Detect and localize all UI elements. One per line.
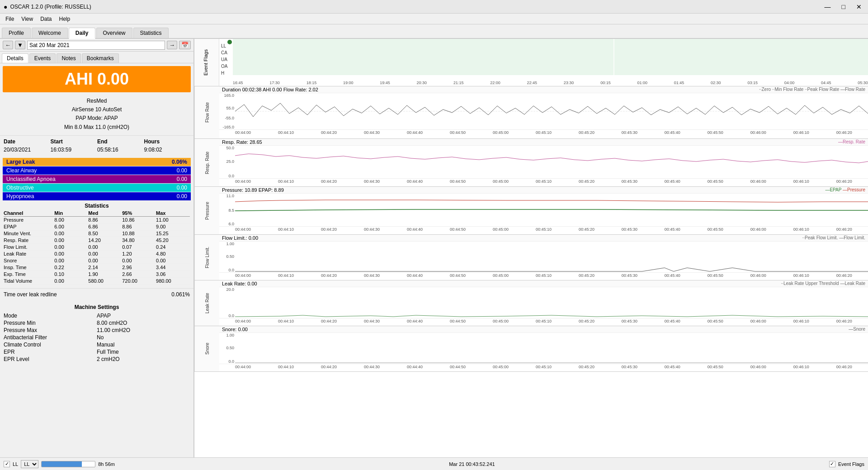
date-dropdown-button[interactable]: ▼ [15,41,25,49]
subtab-notes[interactable]: Notes [57,53,80,63]
device-brand: ResMed [3,97,191,105]
setting-epr: EPRFull Time [4,348,190,356]
flow-rate-y-axis: 165.0 55.0 -55.0 -165.0 [219,93,235,129]
tab-profile[interactable]: Profile [2,28,31,38]
status-bar: ✓ LL LL 8h 56m Mar 21 00:43:52.241 ✓ Eve… [0,457,868,470]
device-info: ResMed AirSense 10 AutoSet PAP Mode: APA… [0,95,193,133]
menu-file[interactable]: File [2,15,18,23]
event-flags-svg [233,39,868,75]
stats-row-resprate: Resp. Rate0.0014.2034.8045.20 [4,237,190,244]
statistics-title: Statistics [4,203,190,209]
ahi-value: AHI 0.00 [6,70,187,89]
flow-limit-x-labels: 00:44:0000:44:1000:44:2000:44:3000:44:40… [219,272,868,278]
flow-limit-y-label: Flow Limit. [194,235,219,280]
close-button[interactable]: ✕ [854,3,864,10]
subtab-bookmarks[interactable]: Bookmarks [82,53,119,63]
flow-limit-title: Flow Limit.: 0.00 [222,235,258,241]
forward-button[interactable]: → [167,41,177,49]
stats-row-snore: Snore0.000.000.000.00 [4,257,190,264]
ll-label: LL [13,461,18,467]
event-flags-checkbox[interactable]: ✓ [829,461,835,467]
calendar-button[interactable]: 📅 [179,41,191,49]
flow-rate-svg [235,93,868,129]
statusbar-left: ✓ LL LL 8h 56m [4,460,115,468]
leak-rate-info: Leak Rate: 0.00 ··Leak Rate Upper Thresh… [219,280,868,287]
resp-rate-chart: Resp. Rate Resp. Rate: 28.65 —Resp. Rate… [194,139,868,187]
flow-limit-chart: Flow Limit. Flow Limit.: 0.00 ··Peak Flo… [194,235,868,280]
subtab-events[interactable]: Events [29,53,56,63]
leak-rate-svg [235,287,868,318]
resp-rate-plot: 50.0 25.0 0.0 [219,146,868,178]
snore-y-label: Snore [194,326,219,371]
back-button[interactable]: ← [3,41,13,49]
snore-info: Snore: 0.00 —Snore [219,326,868,333]
app-title: OSCAR 1.2.0 (Profile: RUSSELL) [10,4,91,10]
titlebar-controls: — □ ✕ [822,3,864,10]
machine-settings: Machine Settings ModeAPAP Pressure Min8.… [0,300,193,365]
minimize-button[interactable]: — [822,3,834,10]
tab-welcome[interactable]: Welcome [32,28,68,38]
pressure-content: Pressure: 10.89 EPAP: 8.89 —EPAP —Pressu… [219,187,868,234]
events-list: Large Leak 0.06% Clear Airway 0.00 Uncla… [0,157,193,201]
leak-section: Time over leak redline 0.061% [0,288,193,300]
pressure-x-labels: 00:44:0000:44:1000:44:2000:44:3000:44:40… [219,226,868,232]
right-panel[interactable]: Event Flags LL CA UA OA H 16 [194,39,868,457]
event-flags-chart: Event Flags LL CA UA OA H 16 [194,39,868,86]
snore-plot: 1.00 0.50 0.0 [219,333,868,364]
flow-rate-content: Duration 00:02:38 AHI 0.00 Flow Rate: 2.… [219,86,868,138]
session-values: 20/03/2021 16:03:59 05:58:16 9:08:02 [4,146,190,154]
leak-rate-legend: ··Leak Rate Upper Threshold —Leak Rate [781,281,865,286]
leak-rate-chart: Leak Rate Leak Rate: 0.00 ··Leak Rate Up… [194,280,868,326]
subtab-details[interactable]: Details [2,53,28,63]
menu-view[interactable]: View [18,15,37,23]
flow-limit-legend: ··Peak Flow Limit. —Flow Limit. [802,235,865,241]
flow-rate-plot: 165.0 55.0 -55.0 -165.0 [219,93,868,129]
resp-rate-title: Resp. Rate: 28.65 [222,139,262,145]
ll-dropdown[interactable]: LL [21,460,38,468]
resp-rate-x-labels: 00:44:0000:44:1000:44:2000:44:3000:44:40… [219,178,868,184]
date-input[interactable] [27,41,165,50]
ahi-label: AHI [65,70,97,88]
flow-limit-content: Flow Limit.: 0.00 ··Peak Flow Limit. —Fl… [219,235,868,280]
progress-container [41,461,95,467]
stats-header-row: Channel Min Med 95% Max [4,210,190,217]
resp-rate-y-axis: 50.0 25.0 0.0 [219,146,235,178]
stats-row-insptime: Insp. Time0.222.142.963.44 [4,264,190,271]
snore-chart: Snore Snore: 0.00 —Snore 1.00 0.50 0.0 [194,326,868,372]
event-marker [227,40,232,44]
leak-rate-title: Leak Rate: 0.00 [222,281,257,286]
pressure-y-label: Pressure [194,187,219,234]
menubar: File View Data Help [0,14,868,24]
stats-row-tidalvol: Tidal Volume0.00580.00720.00980.00 [4,278,190,285]
flow-limit-info: Flow Limit.: 0.00 ··Peak Flow Limit. —Fl… [219,235,868,242]
leak-row: Time over leak redline 0.061% [4,290,190,299]
main-area: ← ▼ → 📅 Details Events Notes Bookmarks A… [0,39,868,457]
statusbar-time: Mar 21 00:43:52.241 [449,461,495,467]
flow-rate-chart: Flow Rate Duration 00:02:38 AHI 0.00 Flo… [194,86,868,139]
snore-title: Snore: 0.00 [222,327,248,332]
flow-limit-y-axis: 1.00 0.50 0.0 [219,242,235,272]
setting-pressure-min: Pressure Min8.00 cmH2O [4,319,190,327]
ll-checkbox[interactable]: ✓ [4,461,10,467]
tab-overview[interactable]: Overview [96,28,132,38]
pressure-svg [235,194,868,226]
event-unclassified-apnoea: Unclassified Apnoea 0.00 [3,175,191,183]
tab-statistics[interactable]: Statistics [133,28,169,38]
event-flags-x-labels: 16:45 17:30 18:15 19:00 19:45 20:30 21:1… [233,81,868,85]
progress-bar [42,461,82,467]
setting-climate: Climate ControlManual [4,341,190,348]
flow-rate-title: Duration 00:02:38 AHI 0.00 Flow Rate: 2.… [222,87,318,92]
flow-rate-y-label: Flow Rate [194,86,219,138]
menu-data[interactable]: Data [37,15,55,23]
snore-content: Snore: 0.00 —Snore 1.00 0.50 0.0 00:44 [219,326,868,371]
stats-row-epap: EPAP6.006.868.869.00 [4,223,190,230]
device-pressure: Min 8.0 Max 11.0 (cmH2O) [3,123,191,132]
resp-rate-content: Resp. Rate: 28.65 —Resp. Rate 50.0 25.0 … [219,139,868,186]
tab-daily[interactable]: Daily [69,28,95,39]
maximize-button[interactable]: □ [839,3,848,10]
menu-help[interactable]: Help [56,15,74,23]
event-flags-label: Event Flags [838,461,864,467]
setting-mode: ModeAPAP [4,312,190,319]
pressure-y-axis: 11.0 8.5 6.0 [219,194,235,226]
setting-epr-level: EPR Level2 cmH2O [4,356,190,363]
